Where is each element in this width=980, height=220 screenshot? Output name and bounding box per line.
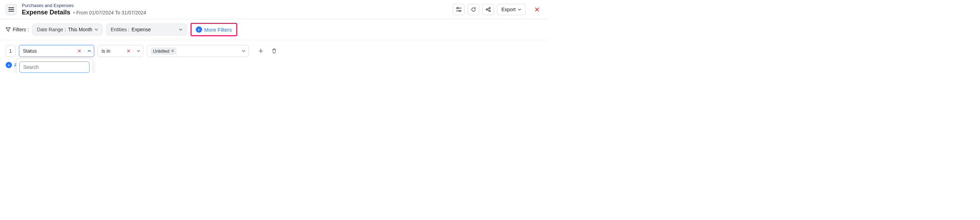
- menu-button[interactable]: [6, 4, 17, 15]
- delete-row-button[interactable]: [269, 46, 279, 56]
- filter-builder: 1 Status ✕ is in ✕ Unbilled ✕: [0, 40, 548, 73]
- menu-icon: [8, 7, 14, 11]
- refresh-icon: [471, 7, 476, 12]
- trash-icon: [272, 48, 277, 53]
- operator-clear-button[interactable]: ✕: [124, 48, 133, 54]
- chevron-down-icon: [95, 29, 98, 30]
- plus-icon: [258, 48, 263, 53]
- svg-point-3: [489, 7, 490, 9]
- operator-toggle-button[interactable]: [133, 50, 143, 52]
- filter-icon: [6, 27, 11, 32]
- value-select[interactable]: Unbilled ✕: [147, 45, 249, 57]
- value-chip: Unbilled ✕: [151, 48, 177, 55]
- filters-label: Filters :: [6, 27, 29, 32]
- value-chip-remove[interactable]: ✕: [171, 48, 174, 53]
- more-filters-highlight: + More Filters: [191, 23, 237, 36]
- entities-label: Entities :: [111, 27, 130, 32]
- share-button[interactable]: [482, 4, 494, 15]
- filter-row: 1 Status ✕ is in ✕ Unbilled ✕: [6, 45, 543, 57]
- chevron-down-icon: [242, 50, 245, 52]
- caret-down-icon: [518, 8, 521, 11]
- add-row-button[interactable]: [256, 46, 266, 56]
- breadcrumb[interactable]: Purchases and Expenses: [22, 3, 146, 8]
- customize-button[interactable]: [453, 4, 465, 15]
- page-title: Expense Details: [22, 9, 70, 16]
- row-index: 1: [6, 45, 16, 57]
- close-button[interactable]: [531, 4, 543, 15]
- entities-value: Expense: [132, 27, 150, 32]
- export-label: Export: [501, 7, 515, 12]
- svg-point-4: [489, 10, 490, 11]
- export-button[interactable]: Export: [497, 4, 526, 15]
- filters-label-text: Filters :: [13, 27, 29, 32]
- filter-bar: Filters : Date Range : This Month Entiti…: [0, 19, 548, 40]
- field-select[interactable]: Status ✕: [19, 45, 94, 57]
- plus-circle-icon: +: [196, 26, 202, 33]
- header-actions: Export: [453, 4, 543, 15]
- svg-point-0: [457, 7, 458, 9]
- chevron-down-icon: [179, 29, 183, 30]
- more-filters-label: More Filters: [204, 27, 232, 33]
- chevron-up-icon: [88, 50, 91, 52]
- field-clear-button[interactable]: ✕: [75, 48, 84, 54]
- header: Purchases and Expenses Expense Details F…: [0, 0, 548, 19]
- chevron-down-icon: [137, 50, 140, 52]
- field-dropdown: Project Expense Status: [16, 58, 93, 73]
- value-toggle-button[interactable]: [239, 50, 248, 52]
- date-range-label: Date Range :: [37, 27, 66, 32]
- operator-value: is in: [98, 48, 124, 54]
- refresh-button[interactable]: [468, 4, 479, 15]
- plus-circle-icon: +: [6, 62, 12, 68]
- close-icon: [535, 7, 539, 12]
- entities-filter[interactable]: Entities : Expense: [106, 24, 187, 35]
- more-filters-button[interactable]: + More Filters: [194, 25, 234, 34]
- share-icon: [485, 7, 491, 12]
- date-range-filter[interactable]: Date Range : This Month: [32, 24, 103, 35]
- title-block: Purchases and Expenses Expense Details F…: [22, 3, 146, 16]
- field-select-value: Status: [19, 48, 75, 54]
- dropdown-search-input[interactable]: [19, 62, 90, 73]
- date-range-text: From 01/07/2024 To 31/07/2024: [73, 10, 146, 16]
- svg-point-1: [459, 10, 460, 11]
- svg-point-2: [486, 9, 488, 10]
- sliders-icon: [456, 7, 461, 12]
- value-chip-text: Unbilled: [153, 48, 169, 54]
- date-range-value: This Month: [68, 27, 92, 32]
- field-toggle-button[interactable]: [84, 50, 94, 52]
- operator-select[interactable]: is in ✕: [98, 45, 143, 57]
